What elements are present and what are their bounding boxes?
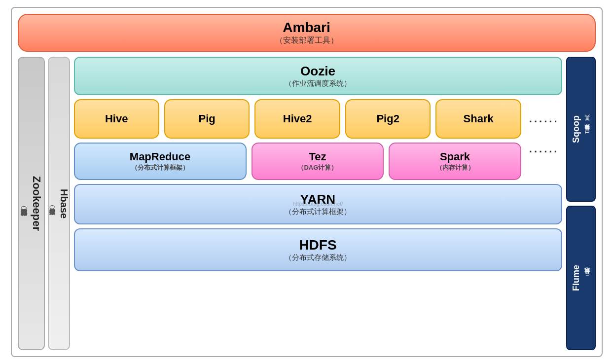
spark-box: Spark （内存计算）	[389, 143, 521, 180]
sqoop-text: Sqoop （数据库TEL工具）	[571, 115, 591, 143]
zookeeper-title: Zookeeper	[30, 176, 43, 231]
sqoop-title: Sqoop	[571, 115, 581, 143]
hbase-box: Hbase （分布式数据库）	[48, 57, 70, 350]
tool-hive2: Hive2	[254, 99, 340, 139]
sqoop-box: Sqoop （数据库TEL工具）	[566, 57, 596, 202]
tool-pig: Pig	[164, 99, 250, 139]
hbase-title: Hbase	[58, 188, 70, 218]
hdfs-subtitle: （分布式存储系统）	[83, 253, 553, 262]
right-side: Sqoop （数据库TEL工具） Flume （日志收集）	[566, 57, 596, 350]
mapreduce-subtitle: （分布式计算框架）	[131, 163, 189, 172]
tez-subtitle: （DAG计算）	[297, 163, 337, 172]
flume-text: Flume （日志收集）	[571, 265, 591, 291]
yarn-subtitle: （分布式计算框架）	[82, 207, 554, 217]
flume-title: Flume	[571, 265, 581, 291]
tool-shark: Shark	[435, 99, 521, 139]
left-side: Zookeeper （分布式协调服务） Hbase （分布式数据库）	[18, 57, 70, 350]
mapreduce-box: MapReduce （分布式计算框架）	[74, 143, 247, 180]
oozie-title: Oozie	[81, 64, 555, 79]
ambari-box: Ambari （安装部署工具）	[18, 14, 596, 52]
tools-row: Hive Pig Hive2 Pig2 Shark ......	[74, 99, 562, 139]
bottom-row: HDFS （分布式存储系统）	[74, 228, 562, 271]
tez-box: Tez （DAG计算）	[252, 143, 384, 180]
ambari-subtitle: （安装部署工具）	[29, 36, 585, 46]
yarn-title: YARN	[82, 192, 554, 207]
compute-dots: ......	[526, 143, 562, 180]
spark-title: Spark	[440, 150, 470, 163]
tez-title: Tez	[309, 150, 326, 163]
ambari-title: Ambari	[29, 20, 585, 36]
tool-pig2: Pig2	[345, 99, 431, 139]
center-area: https://blog.csdn.net/ Oozie （作业流调度系统） H…	[74, 57, 562, 350]
mapreduce-title: MapReduce	[130, 150, 190, 163]
sqoop-subtitle: （数据库TEL工具）	[583, 124, 591, 134]
main-diagram: Ambari （安装部署工具） Zookeeper （分布式协调服务） Hbas…	[11, 7, 603, 357]
hdfs-title: HDFS	[83, 237, 553, 253]
oozie-box: Oozie （作业流调度系统）	[74, 57, 562, 95]
yarn-box: YARN （分布式计算框架）	[74, 184, 562, 224]
hbase-text: Hbase （分布式数据库）	[48, 188, 70, 218]
zookeeper-text: Zookeeper （分布式协调服务）	[19, 176, 43, 231]
hdfs-box: HDFS （分布式存储系统）	[74, 228, 562, 271]
tool-hive: Hive	[74, 99, 159, 139]
tools-dots: ......	[526, 112, 562, 125]
flume-box: Flume （日志收集）	[566, 206, 596, 351]
spark-subtitle: （内存计算）	[436, 163, 474, 172]
zookeeper-box: Zookeeper （分布式协调服务）	[18, 57, 45, 350]
compute-row: MapReduce （分布式计算框架） Tez （DAG计算） Spark （内…	[74, 143, 562, 180]
main-content-area: Zookeeper （分布式协调服务） Hbase （分布式数据库） https…	[18, 57, 596, 350]
oozie-subtitle: （作业流调度系统）	[81, 79, 555, 88]
